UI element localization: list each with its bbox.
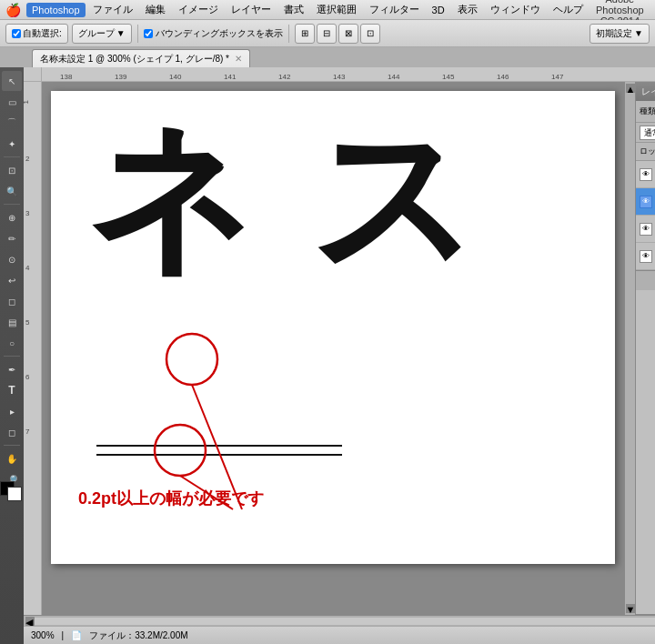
fill-lock-row: ロック： ⊡ ✚ 🔒 塗り: xyxy=(636,143,655,161)
file-info: ファイル：33.2M/2.00M xyxy=(89,629,187,642)
ruler-row: 138 139 140 141 142 143 144 145 146 147 xyxy=(24,67,655,82)
auto-select-checkbox[interactable]: 自動選択: xyxy=(5,24,68,44)
menu-type[interactable]: 書式 xyxy=(278,1,309,18)
gradient-tool[interactable]: ▤ xyxy=(2,312,22,332)
tab-bar: 名称未設定 1 @ 300% (シェイプ 1, グレー/8) * ✕ xyxy=(0,47,655,67)
layer-visibility-shape1[interactable]: 👁 xyxy=(640,196,652,208)
app: 🍎 Photoshop ファイル 編集 イメージ レイヤー 書式 選択範囲 フィ… xyxy=(0,0,655,644)
brush-tool[interactable]: ✏ xyxy=(2,228,22,248)
tool-separator-4 xyxy=(4,445,20,446)
svg-point-2 xyxy=(166,334,217,385)
layer-item-text[interactable]: 👁 T ネスト不動産株式会社 xyxy=(636,216,655,243)
menu-edit[interactable]: 編集 xyxy=(140,1,171,18)
statusbar: 300% | 📄 ファイル：33.2M/2.00M xyxy=(24,626,655,644)
menu-image[interactable]: イメージ xyxy=(173,1,224,18)
layers-panel: レイヤー » ≡ 種類 種類 xyxy=(635,82,655,615)
eyedropper-tool[interactable]: 🔍 xyxy=(2,181,22,201)
transform-controls: ⊞ ⊟ ⊠ ⊡ xyxy=(295,24,380,44)
scroll-down-btn[interactable]: ▼ xyxy=(626,604,635,613)
canvas-inner: ネス xyxy=(51,91,615,564)
layer-item-shape2[interactable]: 👁 シェイプ 2 xyxy=(636,161,655,188)
ruler-num-139: 139 xyxy=(115,73,126,81)
canvas-right-wrapper: 138 139 140 141 142 143 144 145 146 147 xyxy=(24,67,655,644)
hand-tool[interactable]: ✋ xyxy=(2,448,22,468)
pen-tool[interactable]: ✒ xyxy=(2,359,22,379)
menu-photoshop[interactable]: Photoshop xyxy=(26,3,86,17)
menu-file[interactable]: ファイル xyxy=(87,1,138,18)
transform-btn-3[interactable]: ⊠ xyxy=(338,24,358,44)
dropdown-arrow-icon: ▼ xyxy=(116,28,126,38)
ruler-num-143: 143 xyxy=(333,73,345,81)
transform-btn-1[interactable]: ⊞ xyxy=(295,24,315,44)
dodge-tool[interactable]: ○ xyxy=(2,333,22,353)
layer-visibility-bg[interactable]: 👁 xyxy=(640,250,652,263)
layers-panel-bottom: 🔗 fx ◑ ▭ + 🗑 xyxy=(636,270,655,290)
shape-tool[interactable]: ◻ xyxy=(2,422,22,442)
layers-panel-header: レイヤー » ≡ xyxy=(636,83,655,101)
horizontal-ruler: 138 139 140 141 142 143 144 145 146 147 xyxy=(42,67,655,82)
ruler-corner xyxy=(24,67,42,82)
horizontal-scrollbar[interactable]: ◀ ▶ xyxy=(24,615,655,626)
toolbar-separator-2 xyxy=(288,25,289,43)
layer-visibility-text[interactable]: 👁 xyxy=(640,223,652,236)
ruler-v-num2: 2 xyxy=(25,155,29,163)
lock-label: ロック： xyxy=(640,146,655,157)
preset-dropdown[interactable]: 初期設定 ▼ xyxy=(590,24,650,44)
document-tab[interactable]: 名称未設定 1 @ 300% (シェイプ 1, グレー/8) * ✕ xyxy=(32,49,250,67)
ruler-num-146: 146 xyxy=(497,73,509,81)
transform-btn-2[interactable]: ⊟ xyxy=(317,24,337,44)
magic-wand-tool[interactable]: ✦ xyxy=(2,134,22,154)
menu-layer[interactable]: レイヤー xyxy=(226,1,277,18)
ruler-num-145: 145 xyxy=(442,73,454,81)
content-area: ↖ ▭ ⌒ ✦ ⊡ 🔍 ⊕ ✏ ⊙ ↩ ◻ ▤ ○ ✒ T ▸ ◻ ✋ 🔎 xyxy=(0,67,655,644)
blend-mode-row: 通常 不透明度: xyxy=(636,123,655,143)
ruler-v-num5: 5 xyxy=(25,318,29,327)
bounding-box-checkbox[interactable]: バウンディングボックスを表示 xyxy=(144,27,283,40)
menu-window[interactable]: ウィンドウ xyxy=(485,1,546,18)
path-select-tool[interactable]: ▸ xyxy=(2,401,22,421)
clone-tool[interactable]: ⊙ xyxy=(2,249,22,269)
group-dropdown[interactable]: グループ ▼ xyxy=(72,24,132,44)
ruler-num-144: 144 xyxy=(388,73,399,81)
menu-view[interactable]: 表示 xyxy=(452,1,483,18)
ruler-v-num4: 4 xyxy=(25,264,29,272)
eraser-tool[interactable]: ◻ xyxy=(2,291,22,311)
menu-select[interactable]: 選択範囲 xyxy=(311,1,362,18)
history-brush-tool[interactable]: ↩ xyxy=(2,270,22,290)
status-separator: | xyxy=(62,630,65,640)
menu-filter[interactable]: フィルター xyxy=(364,1,425,18)
lasso-tool[interactable]: ⌒ xyxy=(2,113,22,133)
vertical-scrollbar[interactable]: ▲ ▼ xyxy=(624,82,635,615)
layer-visibility-shape2[interactable]: 👁 xyxy=(640,168,652,181)
menu-help[interactable]: ヘルプ xyxy=(548,1,589,18)
blend-mode-dropdown[interactable]: 通常 xyxy=(640,126,655,140)
svg-point-3 xyxy=(155,425,206,476)
tool-separator-2 xyxy=(4,204,20,205)
ruler-v-num3: 3 xyxy=(25,209,29,217)
selection-tool[interactable]: ▭ xyxy=(2,92,22,112)
layer-item-bg[interactable]: 👁 背景 🔒 xyxy=(636,243,655,270)
tool-separator-3 xyxy=(4,356,20,357)
ruler-v-nums: 1 xyxy=(24,100,30,104)
close-tab-icon[interactable]: ✕ xyxy=(235,54,242,64)
background-color[interactable] xyxy=(7,487,22,501)
scroll-htrack[interactable] xyxy=(35,618,655,625)
apple-logo[interactable]: 🍎 xyxy=(5,3,21,17)
ruler-num-141: 141 xyxy=(224,73,236,81)
document-icon: 📄 xyxy=(71,630,82,640)
transform-btn-4[interactable]: ⊡ xyxy=(360,24,380,44)
layer-item-shape1[interactable]: 👁 シェイプ 1 xyxy=(636,188,655,216)
ruler-num-138: 138 xyxy=(60,73,72,81)
move-tool[interactable]: ↖ xyxy=(2,71,22,91)
kind-filter-row: 種類 種類 ☰ ⊕ T ◻ ⊞ xyxy=(636,101,655,123)
menu-3d[interactable]: 3D xyxy=(427,3,450,17)
crop-tool[interactable]: ⊡ xyxy=(2,160,22,180)
color-swatches xyxy=(0,496,24,523)
layers-area: レイヤー » ≡ 種類 種類 xyxy=(635,82,655,615)
canvas[interactable]: ネス xyxy=(42,82,624,615)
scroll-up-btn[interactable]: ▲ xyxy=(626,84,635,93)
ruler-v-num7: 7 xyxy=(25,428,29,436)
heal-tool[interactable]: ⊕ xyxy=(2,207,22,227)
scroll-left-btn[interactable]: ◀ xyxy=(25,617,35,626)
type-tool[interactable]: T xyxy=(2,380,22,400)
